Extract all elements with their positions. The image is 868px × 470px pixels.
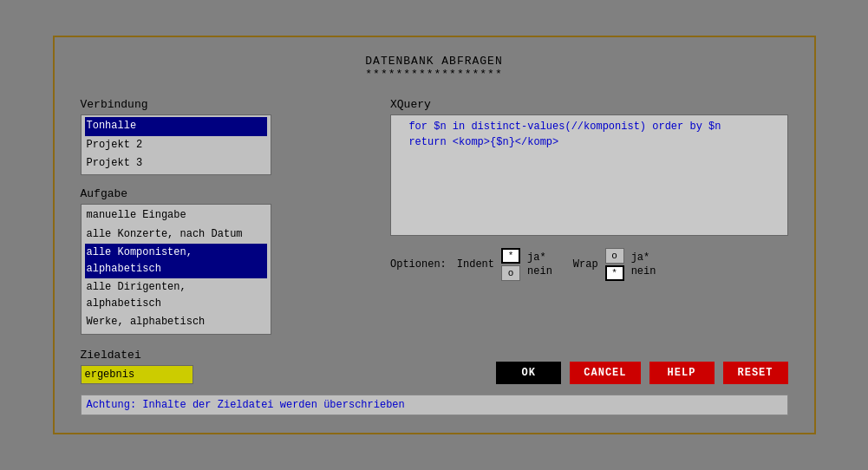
aufgabe-label: Aufgabe: [81, 187, 365, 200]
zieldatei-label: Zieldatei: [81, 349, 193, 362]
indent-nein-label: nein: [527, 265, 552, 277]
right-panel: XQuery for $n in distinct-values(//kompo…: [390, 98, 788, 334]
zieldatei-section: Zieldatei: [81, 349, 193, 384]
ok-button[interactable]: OK: [496, 362, 561, 384]
wrap-radio-star: *: [605, 265, 624, 281]
status-bar: Achtung: Inhalte der Zieldatei werden üb…: [81, 395, 788, 415]
wrap-radio-group: o *: [605, 248, 624, 281]
wrap-label: Wrap: [573, 258, 598, 271]
wrap-radio-o: o: [605, 248, 624, 264]
buttons-row: OK CANCEL HELP RESET: [496, 362, 787, 384]
wrap-ja-label: ja*: [631, 251, 656, 264]
indent-labels: ja* nein: [527, 251, 552, 277]
indent-star-btn[interactable]: *: [501, 248, 520, 264]
help-button[interactable]: HELP: [649, 362, 715, 384]
wrap-star-btn[interactable]: *: [605, 265, 624, 281]
verbindung-label: Verbindung: [81, 98, 365, 111]
indent-ja-label: ja*: [527, 251, 552, 264]
aufgabe-listbox[interactable]: manuelle Eingabe alle Konzerte, nach Dat…: [81, 204, 271, 334]
verbindung-item-1[interactable]: Projekt 2: [85, 136, 267, 154]
indent-radio-o: o: [501, 265, 520, 281]
status-text: Achtung: Inhalte der Zieldatei werden üb…: [87, 399, 405, 411]
zieldatei-input[interactable]: [81, 365, 193, 384]
main-content-row: Verbindung Tonhalle Projekt 2 Projekt 3 …: [81, 98, 788, 334]
options-row: Optionen: Indent * o ja* nein Wrap: [390, 248, 788, 281]
xquery-textarea[interactable]: for $n in distinct-values(//komponist) o…: [390, 114, 788, 236]
aufgabe-item-4[interactable]: Werke, alphabetisch: [85, 313, 267, 331]
indent-label: Indent: [457, 258, 494, 271]
reset-button[interactable]: RESET: [723, 362, 788, 384]
aufgabe-item-1[interactable]: alle Konzerte, nach Datum: [85, 225, 267, 244]
verbindung-item-0[interactable]: Tonhalle: [85, 117, 267, 135]
aufgabe-item-3[interactable]: alle Dirigenten, alphabetisch: [85, 278, 267, 313]
indent-radio-group: * o: [501, 248, 520, 281]
aufgabe-section: Aufgabe manuelle Eingabe alle Konzerte, …: [81, 187, 365, 334]
main-dialog: DATENBANK ABFRAGEN ****************** Ve…: [53, 36, 816, 434]
options-label: Optionen:: [390, 258, 447, 271]
xquery-label: XQuery: [390, 98, 788, 111]
wrap-o-btn[interactable]: o: [605, 248, 624, 264]
indent-radio-star: *: [501, 248, 520, 264]
aufgabe-item-2[interactable]: alle Komponisten, alphabetisch: [85, 244, 267, 278]
aufgabe-item-0[interactable]: manuelle Eingabe: [85, 206, 267, 225]
wrap-labels: ja* nein: [631, 251, 656, 277]
left-panel: Verbindung Tonhalle Projekt 2 Projekt 3 …: [81, 98, 365, 334]
cancel-button[interactable]: CANCEL: [570, 362, 640, 384]
title-stars: ******************: [81, 68, 788, 81]
title-text: DATENBANK ABFRAGEN: [81, 55, 788, 68]
wrap-nein-label: nein: [631, 265, 656, 277]
verbindung-item-2[interactable]: Projekt 3: [85, 154, 267, 173]
verbindung-listbox[interactable]: Tonhalle Projekt 2 Projekt 3: [81, 114, 271, 175]
dialog-title: DATENBANK ABFRAGEN ******************: [81, 55, 788, 81]
indent-o-btn[interactable]: o: [501, 265, 520, 281]
